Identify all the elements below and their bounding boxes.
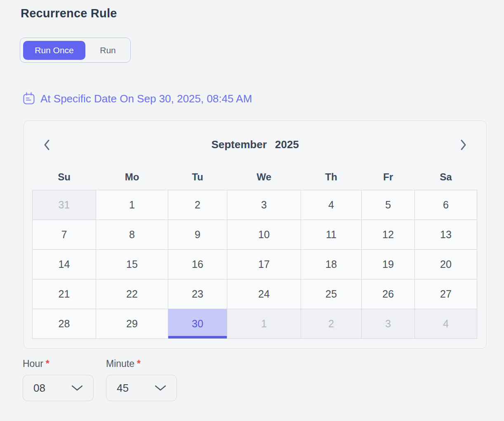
hour-field-label: Hour*	[23, 358, 49, 369]
calendar-grid-body: 3112345678910111213141516171819202122232…	[33, 190, 477, 338]
schedule-summary-link[interactable]: At Specific Date On Sep 30, 2025, 08:45 …	[21, 91, 252, 106]
hour-required-marker: *	[46, 358, 49, 369]
calendar-year-label: 2025	[275, 138, 299, 151]
minute-required-marker: *	[137, 358, 141, 369]
calendar-day-cell[interactable]: 11	[301, 220, 362, 249]
calendar-day-cell[interactable]: 2	[301, 309, 362, 338]
calendar-day-cell[interactable]: 8	[96, 220, 168, 249]
minute-field-label: Minute*	[106, 358, 141, 369]
calendar-day-cell[interactable]: 1	[227, 309, 301, 338]
calendar-next-month-button[interactable]	[454, 136, 472, 154]
weekday-label: Fr	[362, 164, 415, 190]
calendar-day-cell[interactable]: 26	[362, 279, 415, 309]
run-once-button[interactable]: Run Once	[23, 41, 85, 60]
calendar-day-cell[interactable]: 25	[301, 279, 362, 309]
weekday-label: Sa	[415, 164, 477, 190]
calendar-day-cell[interactable]: 1	[96, 190, 168, 220]
calendar-day-cell[interactable]: 2	[168, 190, 227, 220]
calendar-month-label: September	[211, 138, 266, 151]
calendar-day-cell[interactable]: 31	[33, 190, 96, 220]
hour-select[interactable]: 08	[23, 375, 94, 401]
calendar-day-cell[interactable]: 4	[301, 190, 362, 220]
calendar-week-row: 31123456	[33, 190, 477, 220]
weekday-label: Th	[301, 164, 362, 190]
calendar-day-cell[interactable]: 12	[362, 220, 415, 249]
calendar-week-row: 14151617181920	[33, 249, 477, 279]
calendar-day-cell[interactable]: 24	[227, 279, 301, 309]
weekday-label: We	[227, 164, 301, 190]
calendar-week-row: 78910111213	[33, 220, 477, 249]
hour-label-text: Hour	[23, 358, 43, 369]
calendar-day-cell[interactable]: 14	[33, 249, 96, 279]
run-button[interactable]: Run	[85, 41, 130, 60]
calendar-day-cell[interactable]: 29	[96, 309, 168, 338]
calendar-day-cell[interactable]: 6	[415, 190, 477, 220]
page-title: Recurrence Rule	[21, 7, 117, 20]
calendar-day-cell-selected[interactable]: 30	[168, 309, 227, 338]
calendar-widget: September 2025 SuMoTuWeThFrSa 3112345678…	[24, 121, 487, 349]
chevron-down-icon	[153, 384, 167, 392]
calendar-weekday-row: SuMoTuWeThFrSa	[33, 164, 477, 190]
calendar-week-row: 2829301234	[33, 309, 477, 338]
calendar-day-cell[interactable]: 20	[415, 249, 477, 279]
calendar-day-cell[interactable]: 16	[168, 249, 227, 279]
calendar-icon	[21, 91, 36, 106]
hour-select-value: 08	[33, 382, 45, 395]
calendar-title: September 2025	[24, 138, 486, 151]
calendar-day-cell[interactable]: 23	[168, 279, 227, 309]
chevron-right-icon	[459, 139, 468, 151]
calendar-day-cell[interactable]: 3	[227, 190, 301, 220]
chevron-down-icon	[70, 384, 84, 392]
recurrence-mode-toggle: Run Once Run	[20, 38, 131, 63]
minute-label-text: Minute	[106, 358, 134, 369]
calendar-day-cell[interactable]: 18	[301, 249, 362, 279]
schedule-summary-label: At Specific Date On Sep 30, 2025, 08:45 …	[40, 92, 252, 105]
weekday-label: Su	[33, 164, 96, 190]
calendar-day-cell[interactable]: 27	[415, 279, 477, 309]
minute-select[interactable]: 45	[106, 375, 177, 401]
calendar-grid: SuMoTuWeThFrSa 3112345678910111213141516…	[32, 164, 477, 339]
calendar-day-cell[interactable]: 21	[33, 279, 96, 309]
calendar-day-cell[interactable]: 19	[362, 249, 415, 279]
calendar-day-cell[interactable]: 28	[33, 309, 96, 338]
calendar-day-cell[interactable]: 9	[168, 220, 227, 249]
calendar-day-cell[interactable]: 4	[415, 309, 477, 338]
calendar-day-cell[interactable]: 13	[415, 220, 477, 249]
calendar-week-row: 21222324252627	[33, 279, 477, 309]
calendar-day-cell[interactable]: 15	[96, 249, 168, 279]
minute-select-value: 45	[117, 382, 129, 395]
recurrence-rule-page: { "page": { "title": "Recurrence Rule" }…	[0, 0, 504, 421]
calendar-day-cell[interactable]: 10	[227, 220, 301, 249]
calendar-day-cell[interactable]: 5	[362, 190, 415, 220]
calendar-day-cell[interactable]: 7	[33, 220, 96, 249]
weekday-label: Tu	[168, 164, 227, 190]
weekday-label: Mo	[96, 164, 168, 190]
calendar-day-cell[interactable]: 3	[362, 309, 415, 338]
calendar-day-cell[interactable]: 17	[227, 249, 301, 279]
calendar-day-cell[interactable]: 22	[96, 279, 168, 309]
